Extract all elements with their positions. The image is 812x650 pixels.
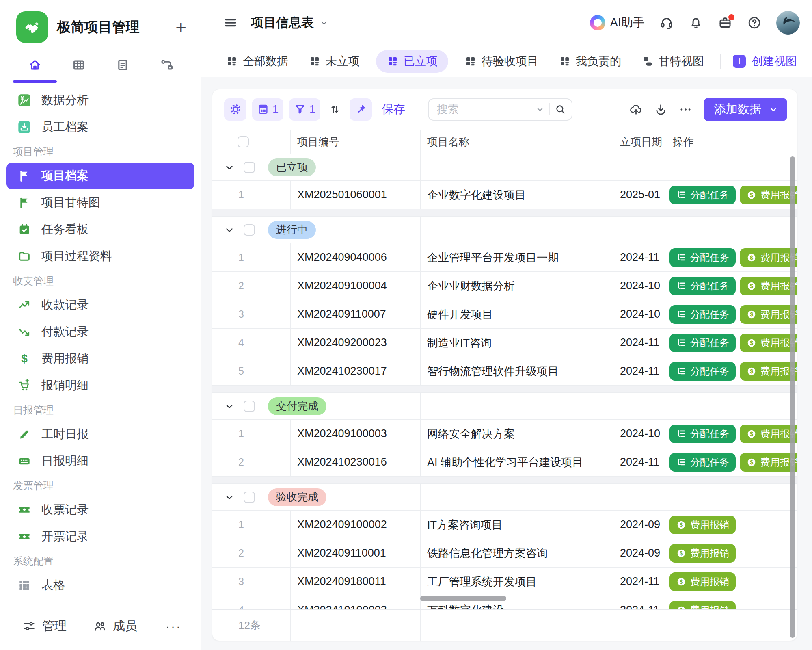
table-row[interactable]: 1 XM202409040006 企业管理平台开发项目一期 2024-11 分配… (212, 243, 797, 272)
column-header-id[interactable]: 项目编号 (291, 130, 421, 154)
project-name-cell[interactable]: IT方案咨询项目 (421, 511, 613, 539)
sidebar-item[interactable]: 工时日报 (6, 421, 194, 448)
assign-task-button[interactable]: 分配任务 (669, 277, 736, 295)
briefcase-icon[interactable] (718, 15, 732, 30)
project-name-cell[interactable]: 硬件开发项目 (421, 300, 613, 328)
table-row[interactable]: 1 XM202409100002 IT方案咨询项目 2024-09 $ 费用报销 (212, 511, 797, 539)
sidebar-item[interactable]: 付款记录 (6, 318, 194, 345)
sidebar-item[interactable]: 项目过程资料 (6, 243, 194, 270)
assign-task-button[interactable]: 分配任务 (669, 425, 736, 443)
expense-claim-button[interactable]: $ 费用报销 (740, 277, 797, 295)
project-name-cell[interactable]: AI 辅助个性化学习平台建设项目 (421, 448, 613, 476)
vertical-scrollbar[interactable] (790, 156, 795, 638)
settings-button[interactable] (224, 98, 246, 121)
page-title[interactable]: 项目信息表 (251, 14, 328, 31)
project-date-cell[interactable]: 2024-10 (613, 300, 666, 328)
project-id-cell[interactable]: XM202409110007 (291, 300, 421, 328)
search-input[interactable] (436, 103, 531, 116)
expense-claim-button[interactable]: $ 费用报销 (740, 186, 797, 204)
column-header-date[interactable]: 立项日期 (613, 130, 666, 154)
add-data-button[interactable]: 添加数据 (704, 98, 787, 121)
more-icon[interactable] (679, 103, 692, 116)
sidebar-item[interactable]: 开票记录 (6, 523, 194, 550)
fields-button[interactable]: 1 (252, 98, 283, 121)
select-all-checkbox[interactable] (238, 136, 249, 147)
sidebar-nav-tab-flow[interactable] (145, 48, 188, 82)
filter-button[interactable]: 1 (289, 98, 320, 121)
view-tab[interactable]: 我负责的 (555, 50, 625, 73)
group-collapse-chevron-icon[interactable] (224, 401, 235, 412)
project-id-cell[interactable]: XM202409040006 (291, 243, 421, 271)
sidebar-item[interactable]: $费用报销 (6, 345, 194, 372)
project-name-cell[interactable]: 网络安全解决方案 (421, 420, 613, 448)
view-tab[interactable]: 已立项 (376, 50, 448, 73)
group-collapse-chevron-icon[interactable] (224, 225, 235, 235)
project-date-cell[interactable]: 2025-01 (613, 181, 666, 209)
group-checkbox[interactable] (244, 162, 255, 173)
table-row[interactable]: 2 XM202409110001 铁路信息化管理方案咨询 2024-09 $ 费… (212, 539, 797, 568)
project-date-cell[interactable]: 2024-10 (613, 420, 666, 448)
expense-claim-button[interactable]: $ 费用报销 (740, 453, 797, 472)
expense-claim-button[interactable]: $ 费用报销 (740, 425, 797, 443)
group-collapse-chevron-icon[interactable] (224, 492, 235, 503)
expense-claim-button[interactable]: $ 费用报销 (740, 362, 797, 381)
project-name-cell[interactable]: 制造业IT咨询 (421, 329, 613, 357)
sidebar-nav-tab-home[interactable] (13, 48, 57, 82)
table-row[interactable]: 4 XM202409200023 制造业IT咨询 2024-11 分配任务 $ … (212, 329, 797, 357)
sidebar-item[interactable]: 员工档案 (6, 114, 194, 141)
sidebar-item[interactable]: 任务看板 (6, 216, 194, 243)
sidebar-nav-tab-document[interactable] (101, 48, 145, 82)
project-id-cell[interactable]: XM202410230016 (291, 448, 421, 476)
project-id-cell[interactable]: XM202409180011 (291, 568, 421, 596)
sidebar-item[interactable]: 项目档案 (6, 162, 194, 189)
group-checkbox[interactable] (244, 492, 255, 503)
expense-claim-button[interactable]: $ 费用报销 (669, 544, 736, 563)
bell-icon[interactable] (689, 15, 703, 30)
project-name-cell[interactable]: 企业业财数据分析 (421, 272, 613, 300)
project-date-cell[interactable]: 2024-09 (613, 539, 666, 567)
view-tab[interactable]: 未立项 (304, 50, 364, 73)
assign-task-button[interactable]: 分配任务 (669, 248, 736, 267)
sidebar-item[interactable]: 报销明细 (6, 372, 194, 399)
group-checkbox[interactable] (244, 224, 255, 236)
project-date-cell[interactable]: 2024-11 (613, 329, 666, 357)
assign-task-button[interactable]: 分配任务 (669, 186, 736, 204)
project-date-cell[interactable]: 2024-09 (613, 511, 666, 539)
headset-icon[interactable] (659, 15, 674, 30)
download-icon[interactable] (654, 103, 667, 116)
project-name-cell[interactable]: 铁路信息化管理方案咨询 (421, 539, 613, 567)
project-id-cell[interactable]: XM202409100002 (291, 511, 421, 539)
create-view-button[interactable]: + 创建视图 (733, 54, 797, 69)
search-chevron-icon[interactable] (536, 105, 544, 114)
sort-button[interactable] (326, 98, 344, 121)
expense-claim-button[interactable]: $ 费用报销 (669, 601, 736, 610)
sidebar-item[interactable]: 流程 (6, 599, 194, 602)
help-icon[interactable] (747, 15, 762, 30)
project-date-cell[interactable]: 2024-11 (613, 243, 666, 271)
assign-task-button[interactable]: 分配任务 (669, 453, 736, 472)
view-tab[interactable]: 全部数据 (222, 50, 292, 73)
table-row[interactable]: 2 XM202409100004 企业业财数据分析 2024-10 分配任务 $… (212, 272, 797, 300)
project-name-cell[interactable]: 企业数字化建设项目 (421, 181, 613, 209)
group-collapse-chevron-icon[interactable] (224, 162, 235, 173)
upload-icon[interactable] (629, 103, 643, 116)
expense-claim-button[interactable]: $ 费用报销 (740, 248, 797, 267)
project-id-cell[interactable]: XM202410230017 (291, 357, 421, 385)
expense-claim-button[interactable]: $ 费用报销 (740, 334, 797, 352)
group-checkbox[interactable] (244, 401, 255, 412)
assign-task-button[interactable]: 分配任务 (669, 305, 736, 324)
sidebar-item[interactable]: 收款记录 (6, 292, 194, 318)
view-tab[interactable]: 甘特视图 (637, 50, 708, 73)
table-row[interactable]: 3 XM202409110007 硬件开发项目 2024-10 分配任务 $ 费… (212, 300, 797, 329)
horizontal-scrollbar[interactable] (420, 596, 506, 601)
project-date-cell[interactable]: 2024-10 (613, 272, 666, 300)
search-icon[interactable] (555, 104, 566, 115)
table-row[interactable]: 2 XM202410230016 AI 辅助个性化学习平台建设项目 2024-1… (212, 448, 797, 477)
sidebar-add-button[interactable]: + (175, 18, 186, 37)
project-name-cell[interactable]: 企业管理平台开发项目一期 (421, 243, 613, 271)
project-id-cell[interactable]: XM202409100003 (291, 420, 421, 448)
project-date-cell[interactable]: 2024-11 (613, 357, 666, 385)
project-date-cell[interactable]: 2024-11 (613, 448, 666, 476)
project-date-cell[interactable]: 2024-11 (613, 596, 666, 609)
assign-task-button[interactable]: 分配任务 (669, 334, 736, 352)
